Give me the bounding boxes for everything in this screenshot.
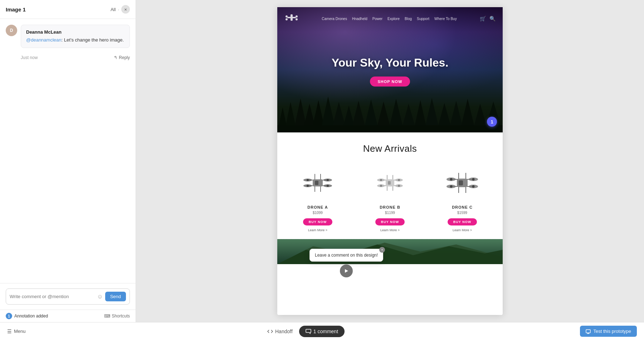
product-name-c: DRONE C bbox=[429, 205, 496, 209]
svg-point-53 bbox=[380, 185, 382, 187]
tooltip-close-button[interactable]: × bbox=[379, 247, 385, 253]
svg-point-24 bbox=[296, 15, 298, 18]
buy-button-a[interactable]: BUY NOW bbox=[303, 218, 332, 225]
drone-svg-b bbox=[369, 167, 411, 199]
bottom-center: Handoff 1 comment bbox=[261, 326, 345, 337]
learn-more-c[interactable]: Learn More > bbox=[429, 228, 496, 232]
comments-icon bbox=[306, 329, 311, 334]
nav-link-power[interactable]: Power bbox=[372, 17, 382, 21]
nav-link-explore[interactable]: Explore bbox=[387, 17, 400, 21]
shortcuts-button[interactable]: ⌨ Shortcuts bbox=[104, 314, 130, 319]
product-card-a: DRONE A $1099 BUY NOW Learn More > bbox=[284, 165, 351, 232]
filter-label: All bbox=[111, 7, 116, 12]
drone-image-a bbox=[284, 165, 351, 201]
svg-point-37 bbox=[307, 179, 309, 181]
test-prototype-button[interactable]: Test this prototype bbox=[580, 326, 637, 337]
hero-nav: Camera Drones Hnadheld Power Explore Blo… bbox=[277, 7, 503, 30]
handoff-tab[interactable]: Handoff bbox=[261, 326, 299, 337]
nav-link-support[interactable]: Support bbox=[417, 17, 429, 21]
svg-rect-36 bbox=[315, 181, 318, 185]
reply-button[interactable]: ↰ Reply bbox=[114, 55, 130, 60]
floating-tooltip: × Leave a comment on this design! bbox=[309, 249, 383, 277]
hero-title: Your Sky, Your Rules. bbox=[277, 56, 503, 69]
comment-body: @deannamclean: Let’s change the hero ima… bbox=[26, 37, 125, 43]
drone-svg-c bbox=[441, 167, 484, 199]
annotation-pin-1[interactable]: 1 bbox=[487, 117, 497, 127]
buy-button-c[interactable]: BUY NOW bbox=[448, 218, 477, 225]
svg-point-67 bbox=[450, 185, 453, 188]
product-price-b: $1199 bbox=[357, 211, 423, 215]
nav-link-blog[interactable]: Blog bbox=[405, 17, 412, 21]
canvas-area[interactable]: Camera Drones Hnadheld Power Explore Blo… bbox=[136, 0, 644, 322]
svg-point-68 bbox=[472, 185, 475, 188]
nav-link-handheld[interactable]: Hnadheld bbox=[352, 17, 367, 21]
svg-point-51 bbox=[380, 179, 382, 181]
bottom-left: ☰ Menu bbox=[7, 329, 26, 334]
comment-card: Deanna McLean @deannamclean: Let’s chang… bbox=[21, 25, 130, 48]
hero-cta-button[interactable]: SHOP NOW bbox=[370, 77, 410, 87]
hero-logo bbox=[284, 12, 299, 25]
menu-label[interactable]: Menu bbox=[14, 329, 26, 334]
badge-dot: 1 bbox=[6, 313, 12, 319]
prototype-icon bbox=[586, 329, 591, 334]
nav-link-where[interactable]: Where To Buy bbox=[434, 17, 457, 21]
product-price-c: $1599 bbox=[429, 211, 496, 215]
left-panel: Image 1 All · × D Deanna McLean @deannam… bbox=[0, 0, 136, 322]
buy-button-b[interactable]: BUY NOW bbox=[375, 218, 405, 225]
products-grid: DRONE A $1099 BUY NOW Learn More > bbox=[284, 165, 496, 232]
send-button[interactable]: Send bbox=[105, 292, 126, 301]
product-price-a: $1099 bbox=[284, 211, 351, 215]
svg-rect-50 bbox=[388, 181, 391, 185]
cart-icon[interactable]: 🛒 bbox=[480, 16, 486, 21]
comment-mention: @deannamclean bbox=[26, 37, 61, 43]
svg-rect-73 bbox=[586, 330, 590, 333]
comment-footer: Just now ↰ Reply bbox=[6, 55, 130, 60]
avatar: D bbox=[6, 25, 17, 36]
play-icon bbox=[344, 268, 349, 273]
handoff-icon bbox=[267, 329, 273, 334]
product-card-c: DRONE C $1599 BUY NOW Learn More > bbox=[429, 165, 496, 232]
tooltip-bubble: × Leave a comment on this design! bbox=[309, 249, 383, 262]
search-icon[interactable]: 🔍 bbox=[489, 16, 496, 21]
learn-more-b[interactable]: Learn More > bbox=[357, 228, 423, 232]
comment-input[interactable] bbox=[10, 294, 95, 299]
emoji-button[interactable]: ☺ bbox=[97, 293, 103, 300]
hero-section: Camera Drones Hnadheld Power Explore Blo… bbox=[277, 7, 503, 132]
svg-point-40 bbox=[327, 185, 329, 187]
close-button[interactable]: × bbox=[121, 5, 130, 14]
comment-author: Deanna McLean bbox=[26, 29, 125, 35]
comment-input-area: ☺ Send bbox=[0, 283, 136, 310]
play-button[interactable] bbox=[340, 264, 353, 277]
comments-tab[interactable]: 1 comment bbox=[299, 326, 345, 337]
hero-trees bbox=[277, 86, 503, 132]
product-name-a: DRONE A bbox=[284, 205, 351, 209]
panel-title: Image 1 bbox=[6, 6, 26, 13]
svg-point-23 bbox=[286, 15, 288, 18]
svg-point-26 bbox=[296, 18, 298, 20]
svg-point-25 bbox=[286, 18, 288, 20]
comment-time: Just now bbox=[21, 55, 38, 60]
nav-link-camera[interactable]: Camera Drones bbox=[322, 17, 347, 21]
annotation-bar: 1 Annotation added ⌨ Shortcuts bbox=[0, 310, 136, 322]
svg-rect-22 bbox=[291, 14, 293, 21]
drone-image-b bbox=[357, 165, 423, 201]
annotation-badge: 1 Annotation added bbox=[6, 313, 48, 319]
filter-area: All · × bbox=[111, 5, 130, 14]
section-title: New Arrivals bbox=[284, 143, 496, 154]
learn-more-a[interactable]: Learn More > bbox=[284, 228, 351, 232]
comments-area: D Deanna McLean @deannamclean: Let’s cha… bbox=[0, 19, 136, 283]
product-name-b: DRONE B bbox=[357, 205, 423, 209]
drone-svg-a bbox=[296, 167, 339, 199]
menu-icon[interactable]: ☰ bbox=[7, 329, 12, 334]
bottom-bar: ☰ Menu Handoff 1 comment Test this proto… bbox=[0, 322, 644, 340]
svg-rect-64 bbox=[459, 180, 463, 185]
hero-nav-links: Camera Drones Hnadheld Power Explore Blo… bbox=[322, 17, 457, 21]
svg-rect-20 bbox=[277, 125, 503, 132]
comment-item: D Deanna McLean @deannamclean: Let’s cha… bbox=[6, 25, 130, 48]
svg-point-38 bbox=[327, 179, 329, 181]
panel-header: Image 1 All · × bbox=[0, 0, 136, 19]
product-card-b: DRONE B $1199 BUY NOW Learn More > bbox=[357, 165, 423, 232]
svg-point-52 bbox=[398, 179, 400, 181]
new-arrivals-section: New Arrivals bbox=[277, 132, 503, 239]
drone-image-c bbox=[429, 165, 496, 201]
